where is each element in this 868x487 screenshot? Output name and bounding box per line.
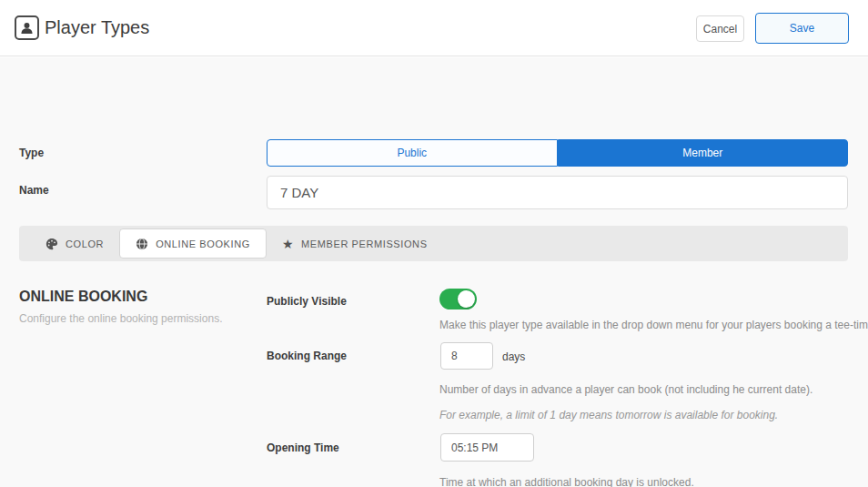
type-option-member[interactable]: Member xyxy=(558,139,849,167)
toggle-knob xyxy=(458,290,475,308)
opening-time-input[interactable] xyxy=(440,433,534,462)
type-segmented-control: Public Member xyxy=(267,139,848,167)
content-area: Type Public Member Name COLOR xyxy=(0,57,868,487)
settings-tabbar: COLOR ONLINE BOOKING ★ MEMBER PERMISSION… xyxy=(19,226,848,261)
cancel-button[interactable]: Cancel xyxy=(696,15,744,42)
opening-time-help: Time at which an additional booking day … xyxy=(439,472,868,487)
type-option-public[interactable]: Public xyxy=(267,139,558,167)
name-label: Name xyxy=(19,184,49,197)
publicly-visible-label: Publicly Visible xyxy=(267,295,347,308)
tab-online-booking-label: ONLINE BOOKING xyxy=(156,238,250,249)
booking-range-example: For example, a limit of 1 day means tomo… xyxy=(439,405,868,425)
section-description: Configure the online booking permissions… xyxy=(19,312,222,325)
booking-range-help: Number of days in advance a player can b… xyxy=(439,380,868,400)
tab-member-permissions[interactable]: ★ MEMBER PERMISSIONS xyxy=(267,228,443,259)
save-button[interactable]: Save xyxy=(755,13,849,44)
tab-online-booking[interactable]: ONLINE BOOKING xyxy=(119,228,267,259)
booking-range-input[interactable] xyxy=(440,342,493,370)
star-icon: ★ xyxy=(282,238,294,250)
page-title: Player Types xyxy=(45,17,149,38)
palette-icon xyxy=(45,238,58,250)
type-label: Type xyxy=(19,147,44,159)
publicly-visible-help: Make this player type available in the d… xyxy=(439,315,868,335)
section-title: ONLINE BOOKING xyxy=(19,289,147,305)
tab-color-label: COLOR xyxy=(66,238,104,249)
publicly-visible-toggle[interactable] xyxy=(439,289,477,309)
name-input[interactable] xyxy=(267,176,848,209)
booking-range-unit: days xyxy=(502,350,525,363)
person-icon xyxy=(19,20,35,36)
player-types-icon xyxy=(15,15,39,40)
tab-color[interactable]: COLOR xyxy=(30,228,119,259)
tab-member-permissions-label: MEMBER PERMISSIONS xyxy=(301,238,428,249)
globe-icon xyxy=(136,238,148,250)
page-header: Player Types Cancel Save xyxy=(0,0,868,56)
booking-range-label: Booking Range xyxy=(267,350,347,362)
opening-time-label: Opening Time xyxy=(267,441,339,454)
